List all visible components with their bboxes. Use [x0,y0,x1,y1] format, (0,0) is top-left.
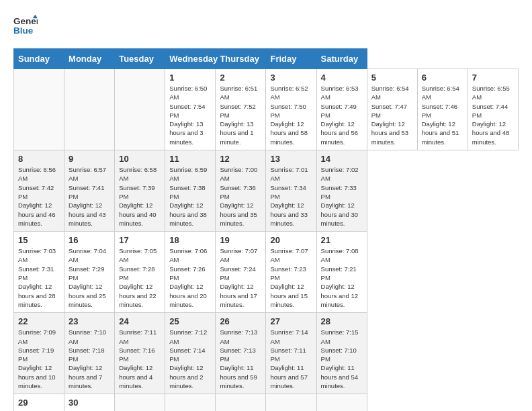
day-info: Sunrise: 7:13 AMSunset: 7:13 PMDaylight:… [220,328,261,390]
day-info: Sunrise: 7:04 AMSunset: 7:29 PMDaylight:… [69,246,110,309]
day-header-tuesday: Tuesday [115,49,165,69]
calendar-header-row: SundayMondayTuesdayWednesdayThursdayFrid… [14,49,519,69]
day-number: 18 [169,235,211,245]
calendar-cell: 11Sunrise: 6:59 AMSunset: 7:38 PMDayligh… [165,150,216,232]
day-number: 27 [270,316,312,326]
calendar-cell: 1Sunrise: 6:50 AMSunset: 7:54 PMDaylight… [165,69,216,150]
calendar-cell: 16Sunrise: 7:04 AMSunset: 7:29 PMDayligh… [64,232,115,313]
calendar-cell: 5Sunrise: 6:54 AMSunset: 7:47 PMDaylight… [367,69,417,150]
day-number: 4 [321,73,363,83]
day-header-friday: Friday [266,49,316,69]
day-header-sunday: Sunday [14,49,64,69]
calendar-week-3: 15Sunrise: 7:03 AMSunset: 7:31 PMDayligh… [14,232,519,313]
day-info: Sunrise: 6:50 AMSunset: 7:54 PMDaylight:… [169,84,211,146]
day-number: 29 [18,398,60,408]
calendar-cell: 27Sunrise: 7:14 AMSunset: 7:11 PMDayligh… [266,313,316,394]
calendar-week-4: 22Sunrise: 7:09 AMSunset: 7:19 PMDayligh… [14,313,519,394]
day-info: Sunrise: 6:54 AMSunset: 7:46 PMDaylight:… [422,84,463,146]
calendar-cell: 21Sunrise: 7:08 AMSunset: 7:21 PMDayligh… [316,232,367,313]
day-number: 21 [321,235,363,245]
day-number: 11 [169,154,211,164]
day-info: Sunrise: 7:09 AMSunset: 7:19 PMDaylight:… [18,328,60,390]
calendar-cell: 4Sunrise: 6:53 AMSunset: 7:49 PMDaylight… [316,69,367,150]
calendar-cell: 17Sunrise: 7:05 AMSunset: 7:28 PMDayligh… [115,232,165,313]
calendar-cell: 15Sunrise: 7:03 AMSunset: 7:31 PMDayligh… [14,232,64,313]
day-number: 14 [321,154,363,164]
calendar-cell: 7Sunrise: 6:55 AMSunset: 7:44 PMDaylight… [468,69,518,150]
day-info: Sunrise: 6:57 AMSunset: 7:41 PMDaylight:… [69,165,110,228]
logo: General Blue [13,13,38,38]
day-info: Sunrise: 7:10 AMSunset: 7:18 PMDaylight:… [69,328,110,390]
day-number: 28 [321,316,363,326]
day-info: Sunrise: 7:07 AMSunset: 7:24 PMDaylight:… [220,246,261,309]
day-number: 23 [69,316,110,326]
calendar-cell: 19Sunrise: 7:07 AMSunset: 7:24 PMDayligh… [216,232,266,313]
day-info: Sunrise: 7:14 AMSunset: 7:11 PMDaylight:… [270,328,312,390]
calendar-cell [115,394,165,411]
calendar-cell: 18Sunrise: 7:06 AMSunset: 7:26 PMDayligh… [165,232,216,313]
calendar-cell: 23Sunrise: 7:10 AMSunset: 7:18 PMDayligh… [64,313,115,394]
calendar-cell [165,394,216,411]
calendar-cell: 10Sunrise: 6:58 AMSunset: 7:39 PMDayligh… [115,150,165,232]
calendar-cell: 8Sunrise: 6:56 AMSunset: 7:42 PMDaylight… [14,150,64,232]
day-number: 1 [169,73,211,83]
day-number: 7 [472,73,514,83]
calendar-cell: 2Sunrise: 6:51 AMSunset: 7:52 PMDaylight… [216,69,266,150]
day-number: 5 [371,73,413,83]
day-info: Sunrise: 6:52 AMSunset: 7:50 PMDaylight:… [270,84,312,146]
calendar-cell: 22Sunrise: 7:09 AMSunset: 7:19 PMDayligh… [14,313,64,394]
calendar-cell: 24Sunrise: 7:11 AMSunset: 7:16 PMDayligh… [115,313,165,394]
day-info: Sunrise: 7:07 AMSunset: 7:23 PMDaylight:… [270,246,312,309]
calendar-cell: 13Sunrise: 7:01 AMSunset: 7:34 PMDayligh… [266,150,316,232]
day-number: 6 [422,73,463,83]
day-info: Sunrise: 7:02 AMSunset: 7:33 PMDaylight:… [321,165,363,228]
day-number: 20 [270,235,312,245]
day-info: Sunrise: 7:08 AMSunset: 7:21 PMDaylight:… [321,246,363,309]
calendar-cell: 25Sunrise: 7:12 AMSunset: 7:14 PMDayligh… [165,313,216,394]
day-info: Sunrise: 6:58 AMSunset: 7:39 PMDaylight:… [119,165,161,228]
calendar-cell [115,69,165,150]
calendar-cell: 28Sunrise: 7:15 AMSunset: 7:10 PMDayligh… [316,313,367,394]
day-number: 2 [220,73,261,83]
day-number: 3 [270,73,312,83]
day-info: Sunrise: 6:51 AMSunset: 7:52 PMDaylight:… [220,84,261,146]
day-number: 8 [18,154,60,164]
day-number: 10 [119,154,161,164]
calendar-cell [216,394,266,411]
calendar-cell [316,394,367,411]
calendar-body: 1Sunrise: 6:50 AMSunset: 7:54 PMDaylight… [14,69,519,412]
day-number: 25 [169,316,211,326]
day-info: Sunrise: 7:06 AMSunset: 7:26 PMDaylight:… [169,246,211,309]
day-info: Sunrise: 6:53 AMSunset: 7:49 PMDaylight:… [321,84,363,146]
calendar-cell: 3Sunrise: 6:52 AMSunset: 7:50 PMDaylight… [266,69,316,150]
day-number: 22 [18,316,60,326]
day-info: Sunrise: 7:15 AMSunset: 7:10 PMDaylight:… [321,328,363,390]
calendar-cell: 9Sunrise: 6:57 AMSunset: 7:41 PMDaylight… [64,150,115,232]
day-info: Sunrise: 7:12 AMSunset: 7:14 PMDaylight:… [169,328,211,390]
day-info: Sunrise: 7:11 AMSunset: 7:16 PMDaylight:… [119,328,161,390]
page-header: General Blue [13,13,519,38]
day-number: 30 [69,398,110,408]
day-header-saturday: Saturday [316,49,367,69]
day-number: 13 [270,154,312,164]
day-info: Sunrise: 6:55 AMSunset: 7:44 PMDaylight:… [472,84,514,146]
day-number: 9 [69,154,110,164]
day-number: 16 [69,235,110,245]
calendar-week-1: 1Sunrise: 6:50 AMSunset: 7:54 PMDaylight… [14,69,519,150]
day-info: Sunrise: 6:56 AMSunset: 7:42 PMDaylight:… [18,165,60,228]
calendar-cell: 29Sunrise: 7:16 AMSunset: 7:08 PMDayligh… [14,394,64,411]
day-header-wednesday: Wednesday [165,49,216,69]
calendar-cell [64,69,115,150]
day-info: Sunrise: 6:59 AMSunset: 7:38 PMDaylight:… [169,165,211,228]
calendar-cell: 30Sunrise: 7:17 AMSunset: 7:06 PMDayligh… [64,394,115,411]
day-info: Sunrise: 7:05 AMSunset: 7:28 PMDaylight:… [119,246,161,309]
day-header-monday: Monday [64,49,115,69]
logo-icon: General Blue [13,13,38,38]
calendar-cell: 14Sunrise: 7:02 AMSunset: 7:33 PMDayligh… [316,150,367,232]
day-number: 17 [119,235,161,245]
day-info: Sunrise: 6:54 AMSunset: 7:47 PMDaylight:… [371,84,413,146]
day-info: Sunrise: 7:01 AMSunset: 7:34 PMDaylight:… [270,165,312,228]
day-header-thursday: Thursday [216,49,266,69]
svg-text:Blue: Blue [13,26,34,36]
day-info: Sunrise: 7:03 AMSunset: 7:31 PMDaylight:… [18,246,60,309]
